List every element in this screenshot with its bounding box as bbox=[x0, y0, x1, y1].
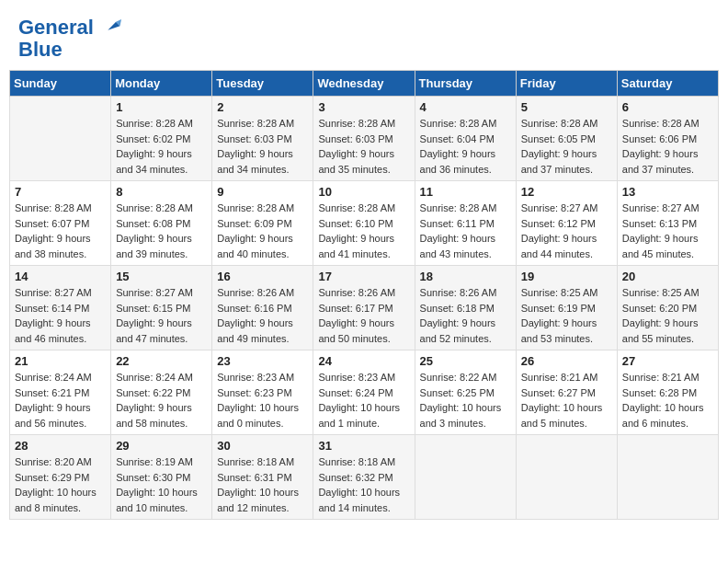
day-number: 24 bbox=[318, 354, 409, 368]
day-info: Sunrise: 8:25 AM Sunset: 6:20 PM Dayligh… bbox=[622, 285, 713, 346]
calendar-cell: 31Sunrise: 8:18 AM Sunset: 6:32 PM Dayli… bbox=[313, 435, 415, 520]
calendar-cell: 19Sunrise: 8:25 AM Sunset: 6:19 PM Dayli… bbox=[516, 266, 617, 350]
weekday-header-wednesday: Wednesday bbox=[313, 71, 415, 97]
day-info: Sunrise: 8:27 AM Sunset: 6:12 PM Dayligh… bbox=[521, 201, 612, 261]
day-number: 30 bbox=[217, 439, 308, 453]
day-info: Sunrise: 8:27 AM Sunset: 6:13 PM Dayligh… bbox=[622, 201, 713, 261]
calendar-week-row: 7Sunrise: 8:28 AM Sunset: 6:07 PM Daylig… bbox=[10, 181, 719, 266]
day-number: 18 bbox=[420, 270, 511, 283]
day-info: Sunrise: 8:27 AM Sunset: 6:14 PM Dayligh… bbox=[15, 285, 106, 346]
day-info: Sunrise: 8:24 AM Sunset: 6:22 PM Dayligh… bbox=[116, 370, 207, 431]
day-info: Sunrise: 8:18 AM Sunset: 6:32 PM Dayligh… bbox=[318, 454, 409, 515]
day-number: 2 bbox=[217, 100, 308, 114]
day-info: Sunrise: 8:18 AM Sunset: 6:31 PM Dayligh… bbox=[217, 454, 308, 515]
page-header: General Blue bbox=[9, 9, 719, 64]
day-number: 4 bbox=[420, 100, 511, 114]
weekday-header-tuesday: Tuesday bbox=[212, 71, 313, 97]
day-number: 16 bbox=[217, 270, 308, 283]
calendar-cell: 10Sunrise: 8:28 AM Sunset: 6:10 PM Dayli… bbox=[313, 181, 415, 266]
calendar-cell: 5Sunrise: 8:28 AM Sunset: 6:05 PM Daylig… bbox=[516, 97, 617, 181]
day-number: 8 bbox=[116, 185, 207, 199]
day-info: Sunrise: 8:20 AM Sunset: 6:29 PM Dayligh… bbox=[15, 454, 106, 515]
day-info: Sunrise: 8:28 AM Sunset: 6:09 PM Dayligh… bbox=[217, 201, 308, 261]
calendar-cell: 3Sunrise: 8:28 AM Sunset: 6:03 PM Daylig… bbox=[313, 97, 415, 181]
day-info: Sunrise: 8:28 AM Sunset: 6:02 PM Dayligh… bbox=[116, 116, 207, 177]
calendar-week-row: 1Sunrise: 8:28 AM Sunset: 6:02 PM Daylig… bbox=[10, 97, 719, 181]
weekday-header-friday: Friday bbox=[516, 71, 617, 97]
calendar-cell: 7Sunrise: 8:28 AM Sunset: 6:07 PM Daylig… bbox=[10, 181, 111, 266]
calendar-cell: 22Sunrise: 8:24 AM Sunset: 6:22 PM Dayli… bbox=[111, 350, 212, 435]
day-number: 17 bbox=[318, 270, 409, 283]
calendar-cell: 16Sunrise: 8:26 AM Sunset: 6:16 PM Dayli… bbox=[212, 266, 313, 350]
calendar-week-row: 28Sunrise: 8:20 AM Sunset: 6:29 PM Dayli… bbox=[10, 435, 719, 520]
calendar-cell bbox=[516, 435, 617, 520]
calendar-cell bbox=[617, 435, 718, 520]
calendar-cell: 12Sunrise: 8:27 AM Sunset: 6:12 PM Dayli… bbox=[516, 181, 617, 266]
day-number: 6 bbox=[622, 100, 713, 114]
calendar-cell: 28Sunrise: 8:20 AM Sunset: 6:29 PM Dayli… bbox=[10, 435, 111, 520]
day-number: 10 bbox=[318, 185, 409, 199]
calendar-cell: 15Sunrise: 8:27 AM Sunset: 6:15 PM Dayli… bbox=[111, 266, 212, 350]
day-number: 15 bbox=[116, 270, 207, 283]
day-info: Sunrise: 8:28 AM Sunset: 6:04 PM Dayligh… bbox=[420, 116, 511, 177]
calendar-cell: 23Sunrise: 8:23 AM Sunset: 6:23 PM Dayli… bbox=[212, 350, 313, 435]
day-info: Sunrise: 8:26 AM Sunset: 6:18 PM Dayligh… bbox=[420, 285, 511, 346]
day-info: Sunrise: 8:19 AM Sunset: 6:30 PM Dayligh… bbox=[116, 454, 207, 515]
calendar-cell: 24Sunrise: 8:23 AM Sunset: 6:24 PM Dayli… bbox=[313, 350, 415, 435]
day-number: 3 bbox=[318, 100, 409, 114]
calendar-cell: 30Sunrise: 8:18 AM Sunset: 6:31 PM Dayli… bbox=[212, 435, 313, 520]
calendar-cell: 11Sunrise: 8:28 AM Sunset: 6:11 PM Dayli… bbox=[415, 181, 516, 266]
day-info: Sunrise: 8:25 AM Sunset: 6:19 PM Dayligh… bbox=[521, 285, 612, 346]
day-info: Sunrise: 8:28 AM Sunset: 6:03 PM Dayligh… bbox=[318, 116, 409, 177]
day-info: Sunrise: 8:21 AM Sunset: 6:28 PM Dayligh… bbox=[622, 370, 713, 431]
weekday-header-monday: Monday bbox=[111, 71, 212, 97]
calendar-cell bbox=[415, 435, 516, 520]
day-number: 27 bbox=[622, 354, 713, 368]
day-number: 13 bbox=[622, 185, 713, 199]
day-number: 25 bbox=[420, 354, 511, 368]
calendar-cell: 25Sunrise: 8:22 AM Sunset: 6:25 PM Dayli… bbox=[415, 350, 516, 435]
day-info: Sunrise: 8:28 AM Sunset: 6:08 PM Dayligh… bbox=[116, 201, 207, 261]
calendar-cell: 8Sunrise: 8:28 AM Sunset: 6:08 PM Daylig… bbox=[111, 181, 212, 266]
day-info: Sunrise: 8:22 AM Sunset: 6:25 PM Dayligh… bbox=[420, 370, 511, 431]
day-number: 5 bbox=[521, 100, 612, 114]
day-info: Sunrise: 8:26 AM Sunset: 6:16 PM Dayligh… bbox=[217, 285, 308, 346]
day-info: Sunrise: 8:23 AM Sunset: 6:23 PM Dayligh… bbox=[217, 370, 308, 431]
calendar-cell: 14Sunrise: 8:27 AM Sunset: 6:14 PM Dayli… bbox=[10, 266, 111, 350]
logo: General Blue bbox=[18, 17, 121, 61]
calendar-cell: 29Sunrise: 8:19 AM Sunset: 6:30 PM Dayli… bbox=[111, 435, 212, 520]
day-number: 23 bbox=[217, 354, 308, 368]
day-info: Sunrise: 8:28 AM Sunset: 6:10 PM Dayligh… bbox=[318, 201, 409, 261]
logo-bird-icon bbox=[101, 17, 121, 37]
weekday-header-thursday: Thursday bbox=[415, 71, 516, 97]
calendar-cell: 13Sunrise: 8:27 AM Sunset: 6:13 PM Dayli… bbox=[617, 181, 718, 266]
calendar-cell: 2Sunrise: 8:28 AM Sunset: 6:03 PM Daylig… bbox=[212, 97, 313, 181]
day-info: Sunrise: 8:27 AM Sunset: 6:15 PM Dayligh… bbox=[116, 285, 207, 346]
day-number: 12 bbox=[521, 185, 612, 199]
calendar-cell bbox=[10, 97, 111, 181]
calendar-cell: 18Sunrise: 8:26 AM Sunset: 6:18 PM Dayli… bbox=[415, 266, 516, 350]
logo-text-blue: Blue bbox=[18, 39, 121, 61]
logo-text-general: General bbox=[18, 16, 94, 39]
day-info: Sunrise: 8:28 AM Sunset: 6:11 PM Dayligh… bbox=[420, 201, 511, 261]
calendar-cell: 17Sunrise: 8:26 AM Sunset: 6:17 PM Dayli… bbox=[313, 266, 415, 350]
day-info: Sunrise: 8:28 AM Sunset: 6:07 PM Dayligh… bbox=[15, 201, 106, 261]
calendar-table: SundayMondayTuesdayWednesdayThursdayFrid… bbox=[9, 70, 719, 520]
day-info: Sunrise: 8:28 AM Sunset: 6:03 PM Dayligh… bbox=[217, 116, 308, 177]
day-info: Sunrise: 8:28 AM Sunset: 6:06 PM Dayligh… bbox=[622, 116, 713, 177]
calendar-cell: 9Sunrise: 8:28 AM Sunset: 6:09 PM Daylig… bbox=[212, 181, 313, 266]
calendar-cell: 27Sunrise: 8:21 AM Sunset: 6:28 PM Dayli… bbox=[617, 350, 718, 435]
day-number: 29 bbox=[116, 439, 207, 453]
calendar-cell: 21Sunrise: 8:24 AM Sunset: 6:21 PM Dayli… bbox=[10, 350, 111, 435]
day-number: 7 bbox=[15, 185, 106, 199]
day-number: 22 bbox=[116, 354, 207, 368]
weekday-header-saturday: Saturday bbox=[617, 71, 718, 97]
day-number: 28 bbox=[15, 439, 106, 453]
day-number: 1 bbox=[116, 100, 207, 114]
day-number: 21 bbox=[15, 354, 106, 368]
day-info: Sunrise: 8:26 AM Sunset: 6:17 PM Dayligh… bbox=[318, 285, 409, 346]
calendar-cell: 20Sunrise: 8:25 AM Sunset: 6:20 PM Dayli… bbox=[617, 266, 718, 350]
calendar-week-row: 14Sunrise: 8:27 AM Sunset: 6:14 PM Dayli… bbox=[10, 266, 719, 350]
day-number: 19 bbox=[521, 270, 612, 283]
calendar-week-row: 21Sunrise: 8:24 AM Sunset: 6:21 PM Dayli… bbox=[10, 350, 719, 435]
